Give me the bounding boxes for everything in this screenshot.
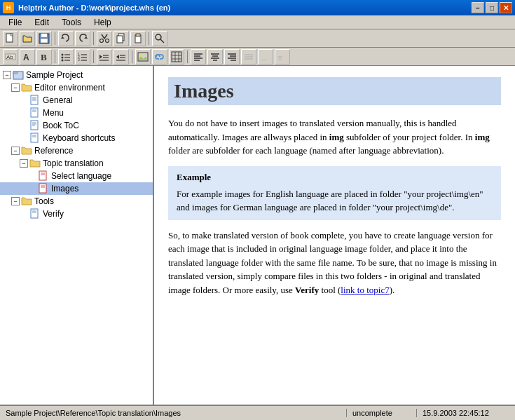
align-right-button[interactable] [224, 49, 240, 65]
app-icon: H [3, 2, 14, 13]
more-btn1[interactable] [241, 49, 256, 65]
book-toc-label: Book ToC [43, 121, 79, 130]
undo-button[interactable] [58, 31, 74, 46]
svg-point-7 [100, 39, 104, 42]
svg-point-40 [139, 54, 142, 57]
svg-line-14 [160, 39, 164, 43]
redo-button[interactable] [75, 31, 90, 46]
svg-rect-82 [39, 184, 46, 193]
expand-reference[interactable]: − [11, 147, 20, 155]
new-button[interactable] [3, 31, 18, 46]
svg-marker-31 [99, 55, 102, 59]
tools-label: Tools [34, 196, 54, 206]
toolbar-2: Ab A B 1.2.3. ... ≡ [0, 48, 515, 66]
sidebar-item-select-language[interactable]: Select language [0, 170, 153, 182]
folder-icon-reference [21, 145, 32, 156]
toolbar-1 [0, 29, 515, 48]
example-text: For example images for English language … [177, 187, 493, 215]
outdent-button[interactable] [114, 49, 129, 65]
more-btn2[interactable]: ... [258, 49, 273, 65]
align-left-button[interactable] [191, 49, 206, 65]
expand-topic-translation[interactable]: − [20, 159, 28, 168]
bullets-button[interactable] [58, 49, 74, 65]
copy-button[interactable] [114, 31, 129, 46]
svg-rect-72 [31, 121, 38, 130]
svg-rect-76 [31, 133, 38, 142]
svg-text:3.: 3. [78, 57, 81, 62]
title-bar: H Helptrix Author - D:\work\project.whs … [0, 0, 515, 15]
menu-bar: File Edit Tools Help [0, 15, 515, 29]
indent-button[interactable] [97, 49, 112, 65]
sidebar-item-tools[interactable]: − Tools [0, 195, 153, 208]
verify-bold: Verify [295, 285, 319, 295]
expand-sample-project[interactable]: − [3, 71, 11, 79]
page-icon-general [29, 95, 41, 106]
image-button[interactable] [135, 49, 151, 65]
page-icon-select-language [38, 170, 49, 182]
sidebar-item-reference[interactable]: − Reference [0, 144, 153, 157]
svg-marker-35 [116, 55, 119, 59]
sidebar-item-editor-env[interactable]: − Editor environment [0, 81, 153, 94]
reference-label: Reference [34, 146, 73, 156]
bold-button[interactable]: B [36, 49, 52, 65]
sidebar-item-images[interactable]: Images [0, 182, 153, 195]
expand-tools[interactable]: − [11, 197, 20, 205]
general-label: General [43, 95, 73, 105]
more-btn3[interactable]: ≡ [275, 49, 290, 65]
menu-tools[interactable]: Tools [56, 16, 87, 29]
sidebar-item-menu[interactable]: Menu [0, 107, 153, 119]
status-datetime: 15.9.2003 22:45:12 [417, 409, 515, 417]
numbered-button[interactable]: 1.2.3. [75, 49, 90, 65]
sep4 [55, 50, 55, 63]
sep3 [149, 32, 149, 45]
sidebar-item-keyboard-shortcuts[interactable]: Keyboard shortcuts [0, 132, 153, 144]
sidebar-item-book-toc[interactable]: Book ToC [0, 119, 153, 132]
svg-marker-1 [11, 34, 13, 36]
link-topic7[interactable]: link to topic7 [341, 285, 389, 295]
format-button[interactable]: A [20, 49, 35, 65]
content-area: Images You do not have to insert images … [154, 66, 515, 405]
svg-text:...: ... [261, 54, 267, 62]
sep5 [93, 50, 94, 63]
table-button[interactable] [169, 49, 184, 65]
link-button[interactable] [152, 49, 167, 65]
example-title: Example [177, 172, 493, 183]
menu-label: Menu [43, 108, 64, 118]
sidebar-item-sample-project[interactable]: − Sample Project [0, 69, 153, 81]
style-button[interactable]: Ab [3, 49, 18, 65]
svg-marker-5 [61, 36, 64, 39]
sep6 [132, 50, 132, 63]
close-button[interactable]: ✕ [500, 2, 512, 13]
paste-button[interactable] [130, 31, 146, 46]
svg-rect-85 [31, 209, 38, 218]
page-icon-menu [29, 107, 41, 118]
save-button[interactable] [36, 31, 52, 46]
title-controls: − □ ✕ [472, 2, 512, 13]
maximize-button[interactable]: □ [486, 2, 498, 13]
open-button[interactable] [20, 31, 35, 46]
svg-rect-12 [136, 34, 140, 36]
sidebar-item-topic-translation[interactable]: − Topic translation [0, 157, 153, 170]
menu-edit[interactable]: Edit [29, 16, 55, 29]
expand-editor-env[interactable]: − [11, 83, 20, 92]
sep7 [187, 50, 188, 63]
page-icon-keyboard [29, 133, 41, 144]
menu-file[interactable]: File [3, 16, 27, 29]
svg-rect-65 [31, 95, 38, 104]
menu-help[interactable]: Help [88, 16, 117, 29]
main-area: − Sample Project − Editor environment Ge… [0, 66, 515, 405]
folder-icon-topic-translation [29, 158, 41, 169]
sidebar[interactable]: − Sample Project − Editor environment Ge… [0, 66, 154, 405]
minimize-button[interactable]: − [472, 2, 484, 13]
keyboard-shortcuts-label: Keyboard shortcuts [43, 133, 115, 143]
svg-rect-10 [117, 36, 123, 43]
align-center-button[interactable] [207, 49, 223, 65]
topic-translation-label: Topic translation [43, 158, 104, 168]
sample-project-label: Sample Project [26, 70, 83, 80]
sidebar-item-general[interactable]: General [0, 94, 153, 107]
content-title: Images [168, 77, 501, 105]
content-paragraph-1: You do not have to insert images to tran… [168, 116, 501, 158]
sidebar-item-verify[interactable]: Verify [0, 208, 153, 220]
cut-button[interactable] [97, 31, 112, 46]
find-button[interactable] [152, 31, 167, 46]
